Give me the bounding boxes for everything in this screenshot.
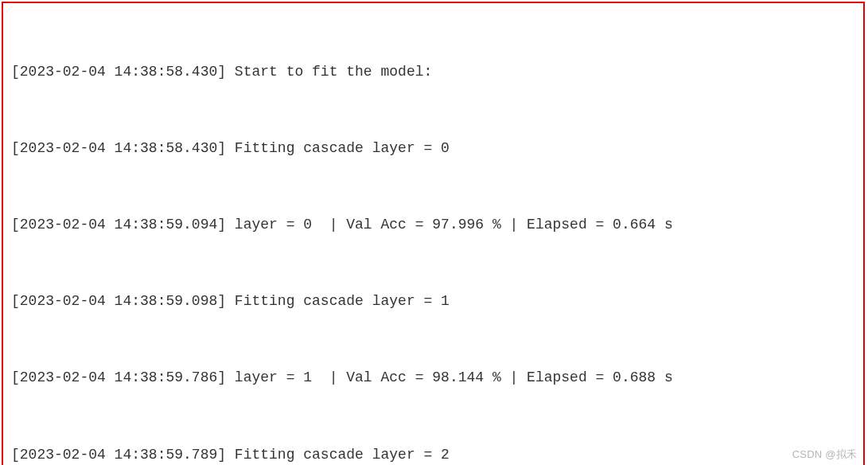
log-line: [2023-02-04 14:38:59.094] layer = 0 | Va… [11,212,855,237]
log-line: [2023-02-04 14:38:58.430] Start to fit t… [11,59,855,84]
watermark-text: CSDN @拟禾 [792,447,857,462]
log-line: [2023-02-04 14:38:59.789] Fitting cascad… [11,442,855,465]
log-line: [2023-02-04 14:38:59.786] layer = 1 | Va… [11,365,855,390]
log-line: [2023-02-04 14:38:59.098] Fitting cascad… [11,288,855,314]
log-line: [2023-02-04 14:38:58.430] Fitting cascad… [11,135,855,161]
log-output-box: [2023-02-04 14:38:58.430] Start to fit t… [2,2,865,465]
